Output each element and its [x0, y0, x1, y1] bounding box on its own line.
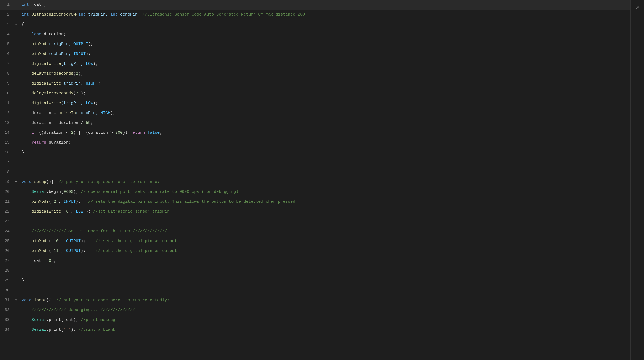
token: ;	[160, 130, 162, 135]
token: (	[49, 239, 54, 243]
token: }	[22, 150, 24, 155]
token: INPUT	[73, 52, 86, 56]
token: 2	[71, 130, 73, 135]
token: pulseIn	[59, 111, 76, 115]
token: HIGH	[86, 81, 96, 86]
code-content: void loop(){ // put your main code here,…	[21, 295, 630, 305]
token: }	[22, 278, 24, 283]
token: pinMode	[31, 52, 49, 56]
fold-arrow[interactable]: ▼	[15, 20, 21, 30]
code-line: 10 delayMicroseconds(20);	[0, 89, 630, 98]
line-number: 16	[0, 148, 15, 158]
token: );	[78, 71, 83, 76]
line-number: 13	[0, 118, 15, 128]
token	[22, 52, 31, 56]
code-content: }	[21, 148, 630, 158]
token: _cat =	[22, 259, 49, 263]
list-icon[interactable]: ≡	[633, 15, 642, 25]
code-line: 3▼{	[0, 20, 630, 30]
code-line: 20 Serial.begin(9600); // opens serial p…	[0, 187, 630, 197]
token: (trigPin,	[61, 101, 86, 106]
code-content: delayMicroseconds(2);	[21, 69, 630, 79]
line-number: 20	[0, 187, 15, 197]
line-number: 10	[0, 89, 15, 98]
token	[22, 32, 31, 37]
token: trigPin,	[86, 12, 110, 17]
code-line: 23	[0, 217, 630, 227]
line-number: 15	[0, 138, 15, 148]
token: " "	[64, 327, 71, 332]
token: );	[96, 81, 100, 86]
line-number: 8	[0, 69, 15, 79]
token	[22, 71, 31, 76]
token	[22, 91, 31, 96]
token: );	[110, 111, 115, 115]
line-number: 31	[0, 295, 15, 305]
token: 0	[49, 259, 51, 263]
token	[22, 140, 31, 145]
code-line: 34 Serial.print(" "); //print a blank	[0, 325, 630, 335]
token: if	[31, 130, 36, 135]
code-content: digitalWrite( 6 , LOW ); //set ultrasoni…	[21, 207, 630, 217]
token: int	[78, 12, 86, 17]
token: );	[83, 209, 93, 214]
token: digitalWrite	[31, 81, 61, 86]
token: //Ultrasonic Sensor Code Auto Generated …	[140, 12, 305, 17]
fold-arrow[interactable]: ▼	[15, 295, 21, 305]
token	[22, 229, 31, 234]
code-content: digitalWrite(trigPin, LOW);	[21, 98, 630, 108]
line-number: 19	[0, 177, 15, 187]
token: ;	[91, 121, 93, 125]
code-content: int UltrasonicSensorCM(int trigPin, int …	[21, 10, 630, 20]
line-number: 9	[0, 79, 15, 89]
token: // put your main code here, to run repea…	[56, 298, 169, 303]
token: false	[147, 130, 160, 135]
expand-icon[interactable]: ➚	[633, 3, 642, 13]
token: LOW	[86, 62, 93, 66]
line-number: 27	[0, 256, 15, 266]
code-content: pinMode( 11 , OUTPUT); // sets the digit…	[21, 246, 630, 256]
line-number: 23	[0, 217, 15, 227]
token: int	[110, 12, 118, 17]
code-line: 13 duration = duration / 59;	[0, 118, 630, 128]
token: LOW	[86, 101, 93, 106]
token: LOW	[76, 209, 83, 214]
token	[22, 190, 31, 194]
token: ,	[56, 199, 64, 204]
token: // opens serial port, sets data rate to …	[81, 190, 238, 194]
code-content: _cat = 0 ;	[21, 256, 630, 266]
token	[31, 180, 34, 184]
token: );	[73, 190, 81, 194]
token: );	[88, 42, 93, 47]
token	[22, 42, 31, 47]
code-content: pinMode( 2 , INPUT); // sets the digital…	[21, 197, 630, 207]
line-number: 2	[0, 10, 15, 20]
fold-arrow[interactable]: ▼	[15, 177, 21, 187]
token: );	[86, 52, 91, 56]
token: );	[93, 62, 98, 66]
code-line: 21 pinMode( 2 , INPUT); // sets the digi…	[0, 197, 630, 207]
code-line: 33 Serial.print(_cat); //print message	[0, 315, 630, 325]
code-line: 27 _cat = 0 ;	[0, 256, 630, 266]
line-number: 11	[0, 98, 15, 108]
token: ,	[59, 239, 66, 243]
token: (	[73, 91, 76, 96]
token: ////////////// debugging... ////////////…	[31, 308, 135, 312]
token: ,	[68, 209, 76, 214]
token	[22, 239, 31, 243]
code-content: Serial.print(" "); //print a blank	[21, 325, 630, 335]
token	[22, 318, 31, 322]
token: (echoPin,	[49, 52, 73, 56]
token: OUTPUT	[66, 249, 81, 253]
code-content: pinMode(echoPin, INPUT);	[21, 49, 630, 59]
token	[31, 298, 34, 303]
code-line: 28	[0, 266, 630, 276]
token: );	[81, 239, 96, 243]
code-line: 15 return duration;	[0, 138, 630, 148]
line-number: 6	[0, 49, 15, 59]
token: ) || (duration >	[73, 130, 115, 135]
token: OUTPUT	[66, 239, 81, 243]
code-line: 32 ////////////// debugging... /////////…	[0, 305, 630, 315]
token: 11	[54, 249, 59, 253]
token: Serial	[31, 190, 46, 194]
